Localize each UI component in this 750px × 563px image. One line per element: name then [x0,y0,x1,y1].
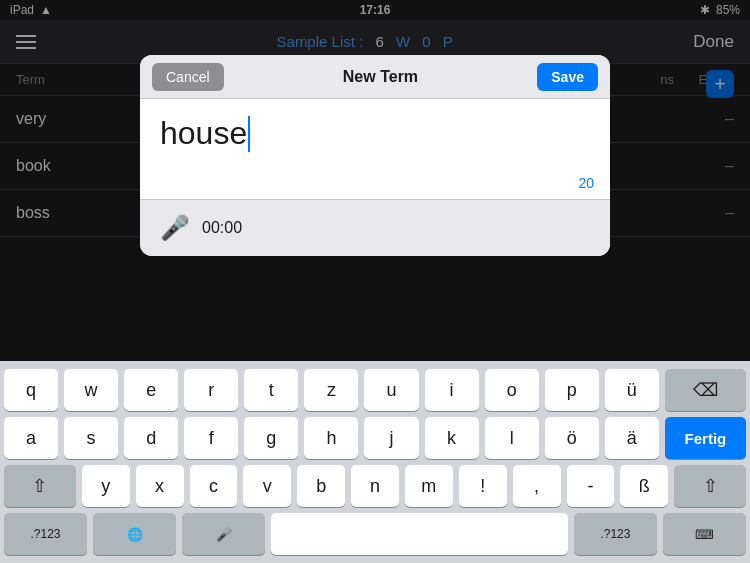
key-t[interactable]: t [244,369,298,411]
key-r[interactable]: r [184,369,238,411]
key-q[interactable]: q [4,369,58,411]
microphone-icon[interactable]: 🎤 [160,214,190,242]
key-i[interactable]: i [425,369,479,411]
key-p[interactable]: p [545,369,599,411]
key-h[interactable]: h [304,417,358,459]
key-f[interactable]: f [184,417,238,459]
key-g[interactable]: g [244,417,298,459]
modal-title: New Term [343,68,418,86]
key-x[interactable]: x [136,465,184,507]
input-value: house [160,115,247,152]
key-k[interactable]: k [425,417,479,459]
numbers-right-key[interactable]: .?123 [574,513,657,555]
key-m[interactable]: m [405,465,453,507]
backspace-key[interactable]: ⌫ [665,369,746,411]
key-e[interactable]: e [124,369,178,411]
audio-timer: 00:00 [202,219,242,237]
key-eszett[interactable]: ß [620,465,668,507]
key-v[interactable]: v [243,465,291,507]
key-exclamation[interactable]: ! [459,465,507,507]
key-o[interactable]: o [485,369,539,411]
key-hyphen[interactable]: - [567,465,615,507]
numbers-key[interactable]: .?123 [4,513,87,555]
key-row-3: ⇧ y x c v b n m ! , - ß ⇧ [4,465,746,507]
key-n[interactable]: n [351,465,399,507]
microphone-key[interactable]: 🎤 [182,513,265,555]
key-c[interactable]: c [190,465,238,507]
modal-dialog: Cancel New Term Save house 20 🎤 00:00 [140,55,610,256]
keyboard: q w e r t z u i o p ü ⌫ a s d f g h j k … [0,361,750,563]
keyboard-key[interactable]: ⌨ [663,513,746,555]
key-a[interactable]: a [4,417,58,459]
key-row-1: q w e r t z u i o p ü ⌫ [4,369,746,411]
modal-audio-area: 🎤 00:00 [140,199,610,256]
key-b[interactable]: b [297,465,345,507]
space-key[interactable] [271,513,568,555]
key-y[interactable]: y [82,465,130,507]
cancel-button[interactable]: Cancel [152,63,224,91]
key-s[interactable]: s [64,417,118,459]
key-d[interactable]: d [124,417,178,459]
shift-key[interactable]: ⇧ [4,465,76,507]
key-z[interactable]: z [304,369,358,411]
text-cursor [248,116,250,152]
modal-text-input[interactable]: house [160,115,590,152]
save-button[interactable]: Save [537,63,598,91]
key-l[interactable]: l [485,417,539,459]
char-count: 20 [578,175,594,191]
key-umlaut-o[interactable]: ö [545,417,599,459]
key-row-2: a s d f g h j k l ö ä Fertig [4,417,746,459]
key-comma[interactable]: , [513,465,561,507]
key-umlaut-a[interactable]: ä [605,417,659,459]
modal-text-area[interactable]: house 20 [140,99,610,199]
key-j[interactable]: j [364,417,418,459]
key-w[interactable]: w [64,369,118,411]
key-umlaut-u[interactable]: ü [605,369,659,411]
globe-key[interactable]: 🌐 [93,513,176,555]
shift-right-key[interactable]: ⇧ [674,465,746,507]
modal-header: Cancel New Term Save [140,55,610,99]
key-row-4: .?123 🌐 🎤 .?123 ⌨ [4,513,746,555]
key-u[interactable]: u [364,369,418,411]
fertig-key[interactable]: Fertig [665,417,746,459]
